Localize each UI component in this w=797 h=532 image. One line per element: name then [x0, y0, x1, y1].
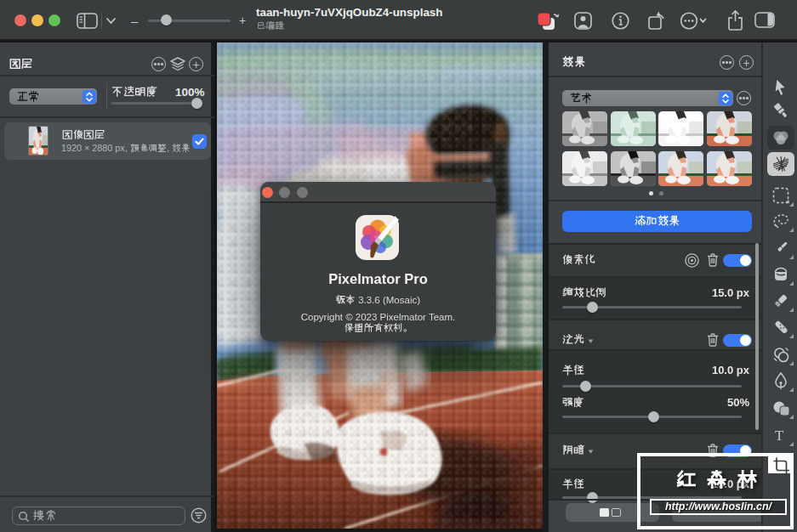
- svg-text:T: T: [775, 427, 784, 444]
